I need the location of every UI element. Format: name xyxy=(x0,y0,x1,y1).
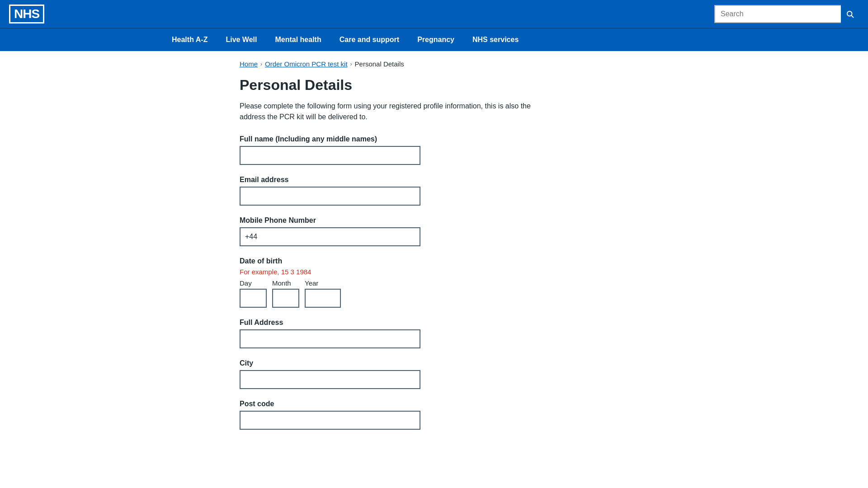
city-input[interactable] xyxy=(240,370,420,389)
dob-row: Day Month Year xyxy=(240,279,420,308)
search-button[interactable] xyxy=(841,5,859,23)
nav-item-care-support[interactable]: Care and support xyxy=(330,28,408,51)
breadcrumb: Home › Order Omicron PCR test kit › Pers… xyxy=(240,60,628,68)
nav-item-live-well[interactable]: Live Well xyxy=(217,28,266,51)
dob-year-label: Year xyxy=(305,279,341,287)
breadcrumb-separator-1: › xyxy=(260,61,262,67)
phone-group: Mobile Phone Number xyxy=(240,216,420,246)
nav-item-nhs-services[interactable]: NHS services xyxy=(463,28,528,51)
nhs-logo[interactable]: NHS xyxy=(9,5,44,23)
dob-hint: For example, 15 3 1984 xyxy=(240,268,420,276)
email-group: Email address xyxy=(240,176,420,206)
dob-month-label: Month xyxy=(272,279,299,287)
dob-month-field: Month xyxy=(272,279,299,308)
nav-item-health-az[interactable]: Health A-Z xyxy=(163,28,217,51)
dob-group: Date of birth For example, 15 3 1984 Day… xyxy=(240,257,420,308)
dob-month-input[interactable] xyxy=(272,289,299,308)
dob-day-input[interactable] xyxy=(240,289,267,308)
phone-label: Mobile Phone Number xyxy=(240,216,420,225)
dob-label: Date of birth xyxy=(240,257,420,265)
full-name-input[interactable] xyxy=(240,146,420,165)
search-input[interactable] xyxy=(714,5,841,23)
city-group: City xyxy=(240,359,420,389)
breadcrumb-current: Personal Details xyxy=(355,60,404,68)
breadcrumb-separator-2: › xyxy=(350,61,352,67)
address-input[interactable] xyxy=(240,329,420,348)
full-name-label: Full name (Including any middle names) xyxy=(240,135,420,143)
nav-item-pregnancy[interactable]: Pregnancy xyxy=(408,28,463,51)
main-content: Home › Order Omicron PCR test kit › Pers… xyxy=(231,51,637,450)
postcode-input[interactable] xyxy=(240,411,420,430)
postcode-label: Post code xyxy=(240,400,420,408)
breadcrumb-home[interactable]: Home xyxy=(240,60,258,68)
city-label: City xyxy=(240,359,420,367)
search-icon xyxy=(846,10,854,18)
address-label: Full Address xyxy=(240,319,420,327)
dob-day-label: Day xyxy=(240,279,267,287)
email-input[interactable] xyxy=(240,187,420,206)
breadcrumb-order[interactable]: Order Omicron PCR test kit xyxy=(265,60,348,68)
search-container xyxy=(714,5,859,23)
svg-line-1 xyxy=(851,15,853,17)
nav-item-mental-health[interactable]: Mental health xyxy=(266,28,330,51)
phone-input[interactable] xyxy=(240,227,420,246)
email-label: Email address xyxy=(240,176,420,184)
page-title: Personal Details xyxy=(240,77,628,94)
postcode-group: Post code xyxy=(240,400,420,430)
main-nav: Health A-Z Live Well Mental health Care … xyxy=(0,28,868,51)
page-description: Please complete the following form using… xyxy=(240,101,533,122)
address-group: Full Address xyxy=(240,319,420,348)
header: NHS xyxy=(0,0,868,28)
dob-year-input[interactable] xyxy=(305,289,341,308)
full-name-group: Full name (Including any middle names) xyxy=(240,135,420,165)
dob-year-field: Year xyxy=(305,279,341,308)
dob-day-field: Day xyxy=(240,279,267,308)
